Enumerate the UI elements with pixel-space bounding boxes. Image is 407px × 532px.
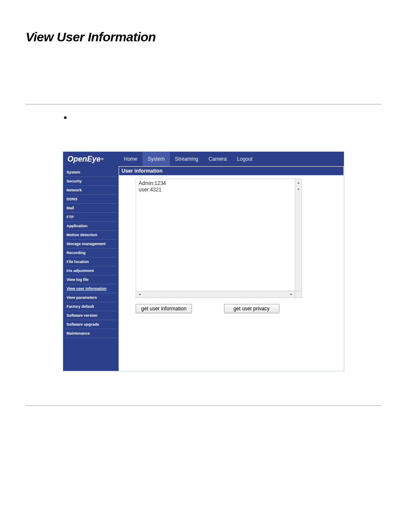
user-info-line: Admin:1234 (139, 180, 299, 187)
get-user-privacy-button[interactable]: get user privacy (224, 304, 279, 313)
tab-system[interactable]: System (142, 152, 170, 166)
app-window: OpenEye® HomeSystemStreamingCameraLogout… (63, 151, 344, 371)
sidebar: SystemSecurityNetworkDDNSMailFTPApplicat… (63, 166, 119, 371)
sidebar-item-file-location[interactable]: File location (65, 257, 117, 266)
content: User information Admin:1234user:4321 ▲ ▼… (119, 166, 344, 371)
divider-bottom (26, 405, 381, 406)
sidebar-item-network[interactable]: Network (65, 186, 117, 195)
sidebar-item-factory-default[interactable]: Factory default (65, 302, 117, 311)
sidebar-item-system[interactable]: System (65, 168, 117, 177)
tab-streaming[interactable]: Streaming (170, 152, 204, 166)
tab-logout[interactable]: Logout (232, 152, 258, 166)
scroll-left-icon[interactable]: ◄ (136, 291, 143, 298)
sidebar-item-view-user-information[interactable]: View user information (65, 284, 117, 293)
sidebar-item-storage-management[interactable]: Storage management (65, 240, 117, 249)
sidebar-item-recording[interactable]: Recording (65, 249, 117, 257)
logo-reg-icon: ® (101, 157, 104, 161)
sidebar-item-software-version[interactable]: Software version (65, 311, 117, 320)
logo: OpenEye® (63, 152, 119, 166)
sidebar-item-motion-detection[interactable]: Motion detection (65, 231, 117, 240)
logo-text: OpenEye (67, 155, 101, 164)
sidebar-item-security[interactable]: Security (65, 177, 117, 186)
scroll-corner (295, 291, 302, 298)
scroll-up-icon[interactable]: ▲ (295, 179, 302, 186)
horizontal-scrollbar[interactable]: ◄ ► (136, 291, 295, 298)
get-user-information-button[interactable]: get user information (136, 304, 192, 313)
body: SystemSecurityNetworkDDNSMailFTPApplicat… (63, 166, 344, 371)
sidebar-item-iris-adjustment[interactable]: Iris adjustment (65, 266, 117, 275)
sidebar-item-ftp[interactable]: FTP (65, 213, 117, 222)
bullet-area (26, 104, 381, 143)
tab-home[interactable]: Home (119, 152, 142, 166)
user-info-line: user:4321 (139, 187, 299, 193)
sidebar-item-ddns[interactable]: DDNS (65, 195, 117, 204)
topbar: OpenEye® HomeSystemStreamingCameraLogout (63, 152, 344, 166)
info-text: Admin:1234user:4321 (136, 179, 302, 194)
vertical-scrollbar[interactable]: ▲ ▼ (295, 179, 302, 291)
page-title: View User Information (26, 30, 381, 44)
info-box-wrap: Admin:1234user:4321 ▲ ▼ ◄ ► (119, 175, 344, 298)
scroll-right-icon[interactable]: ► (288, 291, 295, 298)
tab-camera[interactable]: Camera (204, 152, 232, 166)
sidebar-item-application[interactable]: Application (65, 222, 117, 231)
button-row: get user information get user privacy (119, 298, 344, 313)
sidebar-item-maintenance[interactable]: Maintenance (65, 329, 117, 338)
scroll-down-icon[interactable]: ▼ (295, 186, 302, 193)
content-header: User information (119, 166, 344, 175)
info-box: Admin:1234user:4321 ▲ ▼ ◄ ► (136, 179, 302, 298)
sidebar-item-mail[interactable]: Mail (65, 204, 117, 213)
bullet-icon (64, 116, 67, 119)
tabs: HomeSystemStreamingCameraLogout (119, 152, 344, 166)
sidebar-item-software-upgrade[interactable]: Software upgrade (65, 320, 117, 329)
sidebar-item-view-log-file[interactable]: View log file (65, 275, 117, 284)
sidebar-item-view-parameters[interactable]: View parameters (65, 293, 117, 302)
